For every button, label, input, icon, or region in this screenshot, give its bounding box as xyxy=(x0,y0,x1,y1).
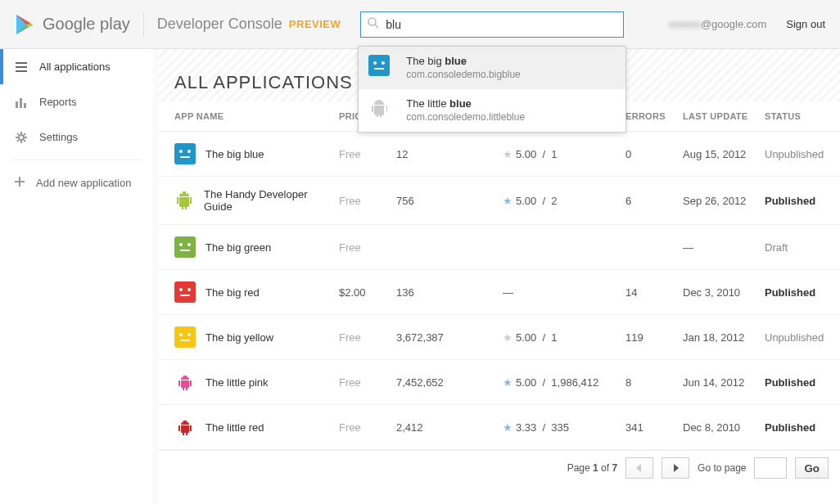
price-cell: Free xyxy=(332,177,390,225)
app-name: The little pink xyxy=(205,376,269,389)
table-row[interactable]: The big yellowFree3,672,387★5.00 / 1119J… xyxy=(158,315,840,360)
svg-line-1 xyxy=(375,25,378,28)
pager-next-button[interactable] xyxy=(662,457,689,479)
errors-cell: 6 xyxy=(619,177,676,225)
robot-icon xyxy=(174,371,196,393)
status-cell: Draft xyxy=(758,225,840,270)
divider xyxy=(143,12,144,37)
sidebar-item-reports[interactable]: Reports xyxy=(0,84,153,119)
svg-line-13 xyxy=(17,133,19,135)
app-name: The big blue xyxy=(205,148,264,160)
search-input[interactable] xyxy=(386,18,616,31)
app-icon xyxy=(174,281,196,303)
svg-point-8 xyxy=(19,135,24,140)
installs-cell: 136 xyxy=(390,270,496,315)
table-row[interactable]: The big red$2.00136—14Dec 3, 2010Publish… xyxy=(158,270,840,315)
table-row[interactable]: The little redFree2,412★3.33 / 335341Dec… xyxy=(158,405,840,450)
status-cell: Published xyxy=(758,405,840,450)
goto-label: Go to page xyxy=(698,462,746,474)
sidebar-item-label: All applications xyxy=(39,61,111,73)
brand-text: Google play xyxy=(43,15,130,34)
star-icon: ★ xyxy=(503,148,513,160)
header: Google play Developer Console PREVIEW Th… xyxy=(0,0,840,49)
app-name-cell: The big blue xyxy=(174,143,326,164)
autocomplete-item[interactable]: The big bluecom.consoledemo.bigblue xyxy=(359,47,625,89)
ac-package: com.consoledemo.littleblue xyxy=(406,111,525,123)
app-name-cell: The little red xyxy=(174,416,326,438)
star-icon: ★ xyxy=(503,376,513,389)
plus-icon xyxy=(15,177,25,189)
star-icon: ★ xyxy=(503,421,513,434)
svg-rect-7 xyxy=(24,103,26,108)
sidebar-item-all-applications[interactable]: All applications xyxy=(0,49,153,84)
installs-cell: 12 xyxy=(390,132,496,177)
rating-cell: — xyxy=(496,270,619,315)
star-icon: ★ xyxy=(503,195,513,207)
play-logo[interactable]: Google play xyxy=(15,13,130,36)
sign-out-link[interactable]: Sign out xyxy=(786,18,825,30)
brand-google: Google xyxy=(43,15,96,33)
table-row[interactable]: The big blueFree12★5.00 / 10Aug 15, 2012… xyxy=(158,132,840,177)
apps-table: APP NAME PRICE ACTIVE INSTALLS AVG. RATI… xyxy=(158,101,840,450)
sidebar-item-settings[interactable]: Settings xyxy=(0,119,153,155)
app-name: The big red xyxy=(205,286,260,299)
search-box[interactable] xyxy=(360,11,624,38)
sidebar-item-label: Reports xyxy=(39,96,77,108)
col-status[interactable]: STATUS xyxy=(758,101,840,132)
svg-line-16 xyxy=(17,140,19,142)
search-wrap: The big bluecom.consoledemo.bigblueThe l… xyxy=(360,11,624,38)
updated-cell: Dec 8, 2010 xyxy=(676,405,758,450)
rating-cell xyxy=(496,225,619,270)
pager-label: Page 1 of 7 xyxy=(567,462,617,474)
app-icon xyxy=(174,143,196,164)
app-name: The big yellow xyxy=(205,331,273,344)
app-name: The little red xyxy=(205,421,264,434)
updated-cell: Dec 3, 2010 xyxy=(676,270,758,315)
header-right: xxxxxx@google.com Sign out xyxy=(669,18,825,30)
robot-icon xyxy=(174,416,196,438)
updated-cell: Jan 18, 2012 xyxy=(676,315,758,360)
autocomplete-item[interactable]: The little bluecom.consoledemo.littleblu… xyxy=(359,89,625,132)
pager-prev-button[interactable] xyxy=(625,457,653,479)
goto-page-input[interactable] xyxy=(754,457,787,479)
table-row[interactable]: The big greenFree—Draft xyxy=(158,225,840,270)
bars-icon xyxy=(15,97,28,108)
col-app-name[interactable]: APP NAME xyxy=(158,101,332,132)
col-updated[interactable]: LAST UPDATE xyxy=(676,101,758,132)
android-icon xyxy=(174,190,194,211)
sidebar-item-label: Settings xyxy=(39,131,78,143)
list-icon xyxy=(15,62,28,72)
svg-rect-6 xyxy=(20,98,22,108)
rating-cell: ★5.00 / 1,986,412 xyxy=(496,360,619,405)
price-cell: Free xyxy=(332,315,390,360)
autocomplete-dropdown: The big bluecom.consoledemo.bigblueThe l… xyxy=(358,46,626,133)
app-name: The Handy Developer Guide xyxy=(204,188,326,213)
installs-cell: 756 xyxy=(390,177,496,225)
preview-badge: PREVIEW xyxy=(289,18,341,30)
status-cell: Published xyxy=(758,270,840,315)
updated-cell: Jun 14, 2012 xyxy=(676,360,758,405)
app-name-cell: The Handy Developer Guide xyxy=(174,188,326,213)
installs-cell: 3,672,387 xyxy=(390,315,496,360)
price-cell: Free xyxy=(332,405,390,450)
add-application-button[interactable]: Add new application xyxy=(0,165,153,200)
rating-cell: ★3.33 / 335 xyxy=(496,405,619,450)
status-cell: Unpublished xyxy=(758,132,840,177)
status-cell: Unpublished xyxy=(758,315,840,360)
installs-cell: 2,412 xyxy=(390,405,496,450)
status-cell: Published xyxy=(758,360,840,405)
console-label: Developer Console xyxy=(157,16,282,33)
app-name-cell: The big yellow xyxy=(174,326,326,348)
pager: Page 1 of 7 Go to page Go xyxy=(158,450,840,485)
user-email[interactable]: xxxxxx@google.com xyxy=(669,18,766,30)
search-icon xyxy=(368,17,379,31)
errors-cell: 0 xyxy=(619,132,676,177)
app-name-cell: The little pink xyxy=(174,371,326,393)
col-errors[interactable]: ERRORS xyxy=(619,101,676,132)
table-row[interactable]: The little pinkFree7,452,652★5.00 / 1,98… xyxy=(158,360,840,405)
app-name-cell: The big green xyxy=(174,236,326,258)
table-row[interactable]: The Handy Developer GuideFree756★5.00 / … xyxy=(158,177,840,225)
go-button[interactable]: Go xyxy=(795,457,829,479)
app-icon xyxy=(174,236,196,258)
app-icon xyxy=(174,326,196,348)
